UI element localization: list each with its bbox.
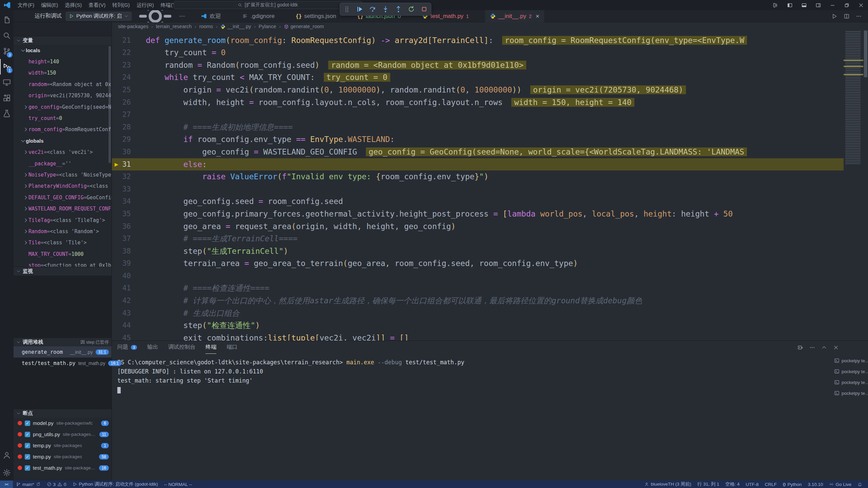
maximize-panel-icon[interactable] <box>821 345 827 350</box>
code-line[interactable]: ▶31 else: <box>112 158 844 171</box>
variable-row[interactable]: height = 140 <box>14 56 112 67</box>
code-line[interactable]: 22 try_count = 0 <box>112 46 844 59</box>
notifications[interactable] <box>854 481 865 488</box>
close-panel-icon[interactable] <box>833 345 839 350</box>
line-number[interactable]: 45 <box>112 332 136 341</box>
breakpoint-checkbox[interactable]: ✓ <box>25 443 30 448</box>
line-number[interactable]: 25 <box>112 84 136 96</box>
menu-item[interactable]: 编辑(E) <box>38 0 61 10</box>
remote-indicator[interactable]: >< <box>0 481 13 488</box>
encoding[interactable]: UTF-8 <box>743 481 762 488</box>
tab-close-button[interactable]: × <box>536 13 539 19</box>
line-number[interactable]: ▶31 <box>112 158 136 171</box>
command-center-search[interactable]: [扩展开发宿主] godot-ldtk <box>174 1 362 9</box>
terminal-session[interactable]: pocketpy te… <box>834 388 868 399</box>
code-line[interactable]: 34 geo_config.seed = room_config.seed <box>112 195 844 208</box>
terminal[interactable]: PS C:\computer_science\godot-ldtk\site-p… <box>112 354 834 481</box>
eol[interactable]: CRLF <box>762 481 780 488</box>
panel-tab-端口[interactable]: 端口 <box>226 341 237 354</box>
line-number[interactable]: 22 <box>112 46 136 59</box>
breadcrumb-item[interactable]: rooms <box>199 24 213 29</box>
language-mode[interactable]: {}Python <box>780 481 805 488</box>
activity-account[interactable] <box>0 447 14 463</box>
layout-secondary-button[interactable] <box>811 0 825 10</box>
activity-remote[interactable] <box>0 75 14 90</box>
activity-scm[interactable]: 3 <box>0 43 14 59</box>
panel-tab-问题[interactable]: 问题3 <box>117 341 137 354</box>
menu-item[interactable]: 选择(S) <box>61 0 85 10</box>
variable-row[interactable]: room_config = RoomRequestConfig(env_t… <box>14 124 112 135</box>
breakpoint-checkbox[interactable]: ✓ <box>25 465 30 471</box>
menu-item[interactable]: 运行(R) <box>133 0 157 10</box>
line-number[interactable]: 34 <box>112 195 136 208</box>
code-line[interactable]: 43 # 生成出口组合 <box>112 307 844 320</box>
breakpoint-row[interactable]: ✓temp.pysite-packages1 <box>14 440 112 451</box>
git-branch[interactable]: main* <box>13 481 44 488</box>
indentation[interactable]: 空格: 4 <box>722 481 743 488</box>
line-number[interactable]: 44 <box>112 319 136 332</box>
code-line[interactable]: 39 terrain_area = geo_area_to_terrain(ge… <box>112 257 844 270</box>
code-line[interactable]: 40 <box>112 270 844 282</box>
minimize-button[interactable] <box>825 0 840 10</box>
code-line[interactable]: 25 origin = vec2i(random.randint(0, 1000… <box>112 84 844 96</box>
code-line[interactable]: 32 raise ValueError(f"Invalid env type: … <box>112 170 844 183</box>
line-number[interactable]: 32 <box>112 170 136 183</box>
step-out-button[interactable] <box>394 5 402 13</box>
code-line[interactable]: 33 <box>112 183 844 196</box>
code-line[interactable]: 42 # 计算每一个出口的中心，然后使用astar生成路径，确保每一个出口组合都… <box>112 294 844 307</box>
terminal-session[interactable]: pocketpy te… <box>834 377 868 388</box>
layout-panel-button[interactable] <box>797 0 811 10</box>
line-number[interactable]: 24 <box>112 71 136 84</box>
split-editor-icon[interactable] <box>844 13 850 19</box>
python-version[interactable]: 3.10.10 <box>805 481 826 488</box>
terminal-session[interactable]: pocketpy te… <box>834 366 868 377</box>
tab-__init__.py[interactable]: __init__.py2× <box>485 10 544 22</box>
line-number[interactable]: 40 <box>112 270 136 282</box>
callstack-section-header[interactable]: 调用堆栈 因 step 已暂停 <box>14 338 112 346</box>
panel-tab-调试控制台[interactable]: 调试控制台 <box>168 341 195 354</box>
code-editor[interactable]: 2021def generate_room(room_config: RoomR… <box>112 30 844 341</box>
line-number[interactable]: 26 <box>112 96 136 109</box>
step-into-button[interactable] <box>381 5 390 13</box>
line-number[interactable]: 23 <box>112 59 136 72</box>
breakpoint-checkbox[interactable]: ✓ <box>25 454 30 460</box>
variable-row[interactable]: locals <box>14 45 112 56</box>
step-over-button[interactable] <box>369 5 377 13</box>
variable-row[interactable]: geo_config = GeoConfig(seed=None, wor… <box>14 101 112 113</box>
activity-search[interactable] <box>0 28 14 43</box>
menu-item[interactable]: 转到(G) <box>109 0 133 10</box>
breakpoint-checkbox[interactable]: ✓ <box>25 421 30 426</box>
run-python-file-icon[interactable] <box>831 13 837 19</box>
debug-session[interactable]: Python 调试程序: 启动文件 (godot-ldtk) <box>70 481 161 488</box>
line-number[interactable]: 30 <box>112 146 136 158</box>
start-debug-icon[interactable] <box>69 14 74 19</box>
layout-customize-button[interactable] <box>768 0 783 10</box>
tab-settings.json[interactable]: {}settings.json <box>291 10 341 22</box>
code-line[interactable]: 28 # ====生成初始地理信息==== <box>112 121 844 134</box>
new-terminal-icon[interactable] <box>797 345 803 350</box>
code-line[interactable]: 41 # ====检查连通性==== <box>112 282 844 294</box>
activity-extensions[interactable] <box>0 90 14 106</box>
variable-row[interactable]: NoiseType = <class 'NoiseType'> <box>14 169 112 180</box>
breadcrumb-item[interactable]: generate_room <box>284 24 324 29</box>
line-number[interactable]: 20 <box>112 30 136 34</box>
activity-testing[interactable] <box>0 106 14 121</box>
line-number[interactable]: 38 <box>112 245 136 258</box>
breakpoint-row[interactable]: ✓temp.pysite-packages58 <box>14 451 112 462</box>
variables-section-header[interactable]: 变量 <box>14 36 112 45</box>
sidebar-scrollbar[interactable] <box>108 46 111 163</box>
cursor-position[interactable]: 行 31, 列 1 <box>694 481 723 488</box>
go-live[interactable]: Go Live <box>826 481 854 488</box>
variable-row[interactable]: TileTag = <class 'TileTag'> <box>14 215 112 226</box>
breadcrumb-item[interactable]: Pylance <box>259 24 276 29</box>
breakpoints-section-header[interactable]: 断点 <box>14 409 112 418</box>
breakpoint-row[interactable]: ✓png_utils.pysite-packages\wfc11 <box>14 429 112 440</box>
more-actions-icon[interactable] <box>856 13 862 19</box>
line-number[interactable]: 29 <box>112 133 136 146</box>
code-line[interactable]: 35 geo_config.primary_forces.geothermal_… <box>112 208 844 220</box>
line-number[interactable]: 33 <box>112 183 136 196</box>
code-line[interactable]: 30 geo_config = WASTELAND_GEO_CONFIGgeo_… <box>112 146 844 158</box>
variable-row[interactable]: MAX_TRY_COUNT = 1000 <box>14 248 112 260</box>
variable-row[interactable]: random = <Random object at 0x1bf9d01e… <box>14 79 112 90</box>
code-line[interactable]: 37 # ====生成TerrainCell==== <box>112 232 844 245</box>
